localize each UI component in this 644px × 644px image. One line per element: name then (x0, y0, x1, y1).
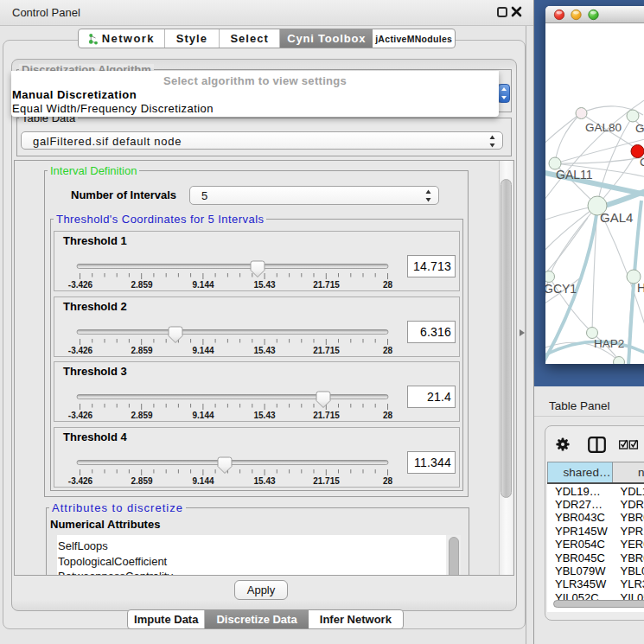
svg-text:GAL1: GAL1 (635, 122, 644, 135)
svg-text:C: C (640, 156, 644, 169)
svg-text:15.43: 15.43 (253, 280, 275, 290)
svg-text:2.859: 2.859 (131, 280, 152, 290)
svg-text:21.715: 21.715 (313, 280, 340, 290)
svg-text:-3.426: -3.426 (68, 280, 93, 290)
svg-text:GAL11: GAL11 (556, 168, 593, 182)
svg-text:28: 28 (383, 280, 393, 290)
svg-text:GAL4: GAL4 (600, 210, 633, 225)
svg-text:GAL80: GAL80 (585, 121, 622, 134)
svg-text:9.144: 9.144 (192, 280, 214, 290)
svg-text:HAP2: HAP2 (594, 337, 624, 350)
svg-text:GCY1: GCY1 (545, 282, 577, 296)
svg-text:H: H (637, 281, 644, 295)
